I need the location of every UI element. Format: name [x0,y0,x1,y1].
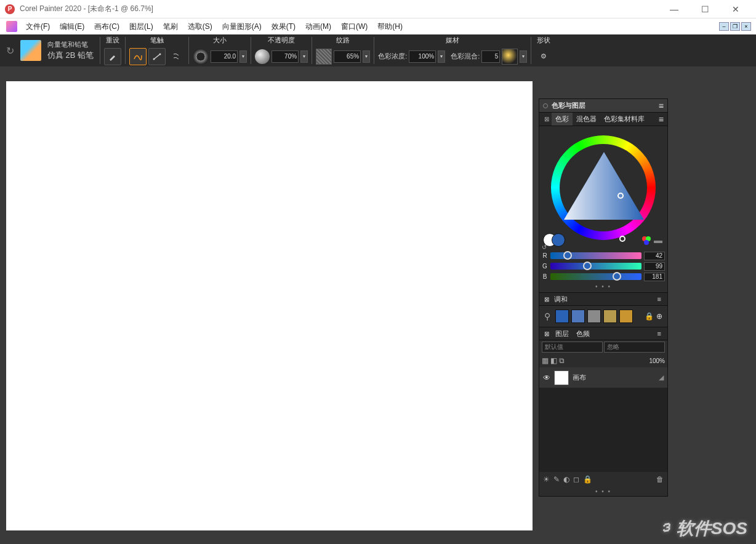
size-indicator-icon[interactable] [193,49,209,65]
harmony-swatch-1[interactable] [555,310,569,323]
layer-visibility-icon[interactable]: 👁 [543,374,550,382]
layers-close-icon[interactable]: ⊠ [542,330,552,337]
menu-window[interactable]: 窗口(W) [336,20,372,33]
dab-line-button[interactable] [148,48,166,65]
tab-colorset[interactable]: 色彩集材料库 [600,113,648,126]
shape-settings-button[interactable]: ⚙ [535,48,552,65]
grain-texture-thumb[interactable] [316,49,332,65]
layer-adjust-icon[interactable]: ✎ [553,475,560,484]
color-tab-menu-icon[interactable]: ≡ [655,114,667,124]
primary-color-swatch[interactable] [552,233,565,247]
g-value[interactable]: 99 [644,262,665,271]
saturation-input[interactable]: 100% [409,50,436,63]
tab-mixer[interactable]: 混色器 [573,113,600,126]
menu-effects[interactable]: 效果(T) [267,20,300,33]
size-dropdown[interactable]: ▾ [239,50,247,63]
menu-edit[interactable]: 编辑(E) [55,20,89,33]
delete-layer-icon[interactable]: 🗑 [656,475,664,484]
menu-layer[interactable]: 图层(L) [124,20,158,33]
panel-collapse-icon[interactable] [543,103,548,108]
r-slider[interactable] [550,252,641,259]
new-layer-icon[interactable]: ◻ [573,475,579,484]
menu-movie[interactable]: 动画(M) [300,20,336,33]
layer-link-icon[interactable]: ⧉ [559,356,565,365]
layer-item-canvas[interactable]: 👁 画布 ◢ [539,367,667,388]
panel-resize-grip[interactable]: • • • [539,487,667,496]
color-section-close-icon[interactable]: ⊠ [542,116,552,122]
canvas[interactable] [6,81,533,530]
harmony-swatch-4[interactable] [603,310,617,323]
brush-category[interactable]: 向量笔和铅笔 [47,40,94,49]
harmony-close-icon[interactable]: ⊠ [542,296,552,303]
mdi-close-button[interactable]: × [741,22,751,31]
blend-mode-select[interactable]: 默认值 [542,342,603,353]
brush-selector-thumb[interactable] [20,40,41,61]
tab-color[interactable]: 色彩 [552,113,573,126]
opacity-dropdown[interactable]: ▾ [300,50,308,63]
mdi-restore-button[interactable]: ❐ [730,22,740,31]
layer-opacity-value[interactable]: 100% [649,358,665,364]
media-thumb-icon[interactable] [502,49,518,65]
temperature-icon[interactable] [653,234,664,246]
size-input[interactable]: 20.0 [211,50,238,63]
layers-header[interactable]: ⊠ 图层 色频 ≡ [539,327,667,340]
layer-effects-icon[interactable]: ☀ [543,475,550,484]
blend-option-select[interactable]: 忽略 [604,342,665,353]
sv-selector-handle[interactable] [617,193,624,199]
harmony-menu-icon[interactable]: ≡ [654,295,665,303]
g-slider[interactable] [550,263,641,270]
menu-help[interactable]: 帮助(H) [372,20,408,33]
layer-eraser-icon[interactable]: ◢ [659,374,664,382]
tab-channels[interactable]: 色频 [573,327,593,340]
panel-header[interactable]: 色彩与图层 ≡ [539,99,667,113]
layer-mask-icon[interactable]: ◧ [550,356,557,365]
layer-transparency-icon[interactable]: ▦ [542,356,549,365]
swap-colors-icon[interactable]: ↺ [542,244,547,250]
menu-file[interactable]: 文件(F) [21,20,55,33]
menu-canvas[interactable]: 画布(C) [89,20,124,33]
harmony-swatch-5[interactable] [619,310,633,323]
harmony-lock-icon[interactable]: 🔒 [645,312,654,321]
grain-input[interactable]: 65% [334,50,361,63]
opacity-input[interactable]: 70% [271,50,299,63]
harmony-link-icon[interactable]: ⚲ [544,311,550,321]
b-slider[interactable] [550,273,641,280]
dab-freehand-button[interactable] [129,48,147,65]
color-wheel[interactable]: ↺ [539,126,667,249]
harmony-header[interactable]: ⊠ 调和 ≡ [539,292,667,306]
layers-menu-icon[interactable]: ≡ [654,330,665,337]
grain-dropdown[interactable]: ▾ [363,50,370,63]
media-dropdown[interactable]: ▾ [520,50,527,63]
blend-input[interactable]: 5 [481,50,500,63]
saturation-dropdown[interactable]: ▾ [438,50,445,63]
color-variation-icon[interactable] [641,236,651,246]
harmony-swatch-3[interactable] [587,310,601,323]
tab-layers[interactable]: 图层 [552,327,573,340]
close-button[interactable]: ✕ [726,4,745,14]
maximize-button[interactable]: ☐ [696,4,714,14]
harmony-add-icon[interactable]: ⊕ [656,312,662,321]
harmony-swatch-2[interactable] [571,310,585,323]
layer-lock-icon[interactable]: 🔒 [583,475,592,484]
minimize-button[interactable]: — [665,4,683,14]
brush-variant[interactable]: 仿真 2B 铅笔 [47,50,94,61]
mdi-minimize-button[interactable]: – [719,22,729,31]
prop-grain-label: 纹路 [336,34,350,46]
panel-menu-icon[interactable]: ≡ [659,101,664,111]
hue-selector-handle[interactable] [619,236,625,242]
menu-shapes[interactable]: 向量图形(A) [217,20,267,33]
layer-mask-add-icon[interactable]: ◐ [563,475,569,484]
menu-bar: 文件(F) 编辑(E) 画布(C) 图层(L) 笔刷 选取(S) 向量图形(A)… [0,18,756,34]
layer-name[interactable]: 画布 [573,373,586,382]
opacity-indicator-icon[interactable] [255,49,270,64]
harmony-tab[interactable]: 调和 [552,295,570,304]
menu-select[interactable]: 选取(S) [183,20,217,33]
slider-grip-icon[interactable]: • • • [542,282,665,291]
b-value[interactable]: 181 [644,273,665,281]
r-value[interactable]: 42 [644,252,665,260]
brush-history-icon[interactable]: ↻ [6,45,14,57]
dab-align-button[interactable] [167,48,185,65]
reset-brush-button[interactable] [104,48,121,65]
layer-thumb [554,370,569,385]
menu-brush[interactable]: 笔刷 [158,20,183,33]
